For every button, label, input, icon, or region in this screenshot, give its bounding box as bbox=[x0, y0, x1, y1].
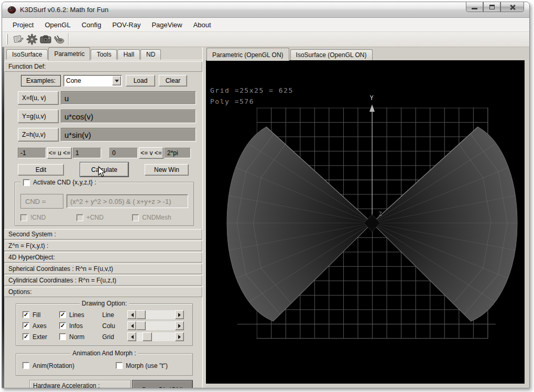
axes-label: Axes bbox=[32, 322, 47, 330]
drawing-options-title: Drawing Option: bbox=[80, 300, 129, 307]
exter-checkbox[interactable]: ✓ bbox=[23, 333, 29, 340]
colu-slider-thumb[interactable] bbox=[136, 321, 146, 330]
norm-checkbox[interactable] bbox=[59, 333, 66, 340]
cndmesh-label: CNDMesh bbox=[142, 214, 171, 221]
tab-isosurface[interactable]: IsoSurface bbox=[6, 49, 48, 60]
colu-slider-left-arrow-icon[interactable] bbox=[127, 321, 136, 330]
tab-tools[interactable]: Tools bbox=[91, 49, 117, 60]
grid-info-text: Grid =25x25 = 625 bbox=[210, 86, 293, 94]
opengl-toggle-button[interactable]: OpenGL (ON) bbox=[132, 380, 193, 388]
gear-icon bbox=[26, 34, 38, 45]
povray-button[interactable] bbox=[52, 33, 66, 46]
line-slider-right-arrow-icon[interactable] bbox=[175, 310, 184, 319]
notepad-icon bbox=[13, 34, 24, 45]
section-function-def[interactable]: Function Def: bbox=[4, 61, 202, 72]
anim-rotation-checkbox[interactable] bbox=[23, 362, 29, 369]
left-tab-bar: IsoSurface Parametric Tools Hall ND bbox=[4, 47, 202, 60]
camera-icon bbox=[39, 35, 52, 44]
grid-slider-thumb[interactable] bbox=[143, 332, 152, 341]
3d-scene[interactable]: Y Z Grid =25x25 = 625 Poly =576 bbox=[206, 60, 525, 384]
menu-povray[interactable]: POV-Ray bbox=[107, 19, 146, 31]
line-slider-left-arrow-icon[interactable] bbox=[127, 310, 136, 319]
v-min-input[interactable]: 0 bbox=[110, 148, 138, 158]
maximize-button[interactable] bbox=[483, 2, 500, 12]
povray-icon bbox=[53, 34, 66, 45]
y-function-label[interactable]: Y=g(u,v) bbox=[18, 110, 59, 123]
dropdown-button[interactable] bbox=[112, 76, 121, 85]
view-tab-parametric[interactable]: Parametric (OpenGL ON) bbox=[206, 48, 289, 61]
opengl-viewport[interactable]: Y Z Grid =25x25 = 625 Poly =576 bbox=[206, 60, 525, 384]
panel-splitter[interactable] bbox=[202, 47, 206, 388]
menu-pageview[interactable]: PageView bbox=[146, 19, 188, 31]
line-slider[interactable] bbox=[127, 310, 184, 319]
chevron-down-icon bbox=[115, 80, 119, 84]
section-spherical[interactable]: Spherical Coordinates : R^n = F(u,v,t) bbox=[4, 264, 202, 274]
menu-project[interactable]: Project bbox=[7, 19, 39, 31]
title-bar[interactable]: K3DSurf v0.6.2: Math for Fun bbox=[2, 2, 529, 18]
menu-config[interactable]: Config bbox=[77, 19, 107, 31]
colu-slider[interactable] bbox=[127, 321, 184, 330]
minimize-button[interactable] bbox=[466, 2, 483, 12]
window-title: K3DSurf v0.6.2: Math for Fun bbox=[20, 6, 108, 14]
check-icon: ✓ bbox=[24, 333, 28, 340]
section-zn[interactable]: Z^n = F(x,y,t) : bbox=[4, 241, 202, 251]
toolbar bbox=[2, 32, 529, 47]
check-icon: ✓ bbox=[24, 322, 28, 329]
close-button[interactable] bbox=[500, 2, 524, 12]
settings-button[interactable] bbox=[25, 33, 39, 46]
grid-slider-right-arrow-icon[interactable] bbox=[175, 332, 184, 341]
not-cnd-checkbox bbox=[20, 214, 27, 221]
notepad-button[interactable] bbox=[12, 33, 25, 46]
grid-slider[interactable] bbox=[127, 332, 184, 341]
grid-slider-track[interactable] bbox=[136, 332, 175, 341]
examples-dropdown[interactable]: Cone bbox=[63, 75, 122, 86]
u-min-input[interactable]: -1 bbox=[18, 148, 46, 158]
menu-about[interactable]: About bbox=[188, 19, 217, 31]
load-button[interactable]: Load bbox=[126, 75, 155, 86]
z-function-label[interactable]: Z=h(u,v) bbox=[18, 128, 59, 141]
hardware-line1: Hardware Acceleration : bbox=[33, 382, 127, 388]
u-max-input[interactable]: 1 bbox=[73, 148, 101, 158]
toolbar-grip[interactable] bbox=[6, 34, 8, 45]
fill-checkbox[interactable]: ✓ bbox=[23, 311, 29, 318]
section-second-system[interactable]: Second System : bbox=[4, 229, 202, 239]
anim-rotation-label: Anim(Rotation) bbox=[32, 362, 74, 369]
colu-slider-right-arrow-icon[interactable] bbox=[175, 321, 184, 330]
view-tab-isosurface[interactable]: IsoSurface (OpenGL ON) bbox=[290, 49, 373, 60]
clear-button[interactable]: Clear bbox=[159, 75, 187, 86]
tab-hall[interactable]: Hall bbox=[117, 49, 140, 60]
y-function-input[interactable]: u*cos(v) bbox=[61, 110, 196, 123]
infos-checkbox[interactable]: ✓ bbox=[59, 322, 66, 329]
grid-slider-left-arrow-icon[interactable] bbox=[127, 332, 136, 341]
cnd-group: Activate CND {x,y,z,t} : CND = (x^2 + y^… bbox=[15, 182, 194, 226]
z-function-input[interactable]: u*sin(v) bbox=[61, 128, 196, 141]
app-logo-icon bbox=[7, 6, 16, 14]
morph-label: Morph (use "t") bbox=[126, 362, 168, 369]
section-cylindrical[interactable]: Cylindrical Coordinates : R^n = F(u,z,t) bbox=[4, 275, 202, 286]
examples-selected-value: Cone bbox=[64, 77, 112, 84]
colu-slider-track[interactable] bbox=[136, 321, 175, 330]
axes-checkbox[interactable]: ✓ bbox=[23, 322, 29, 329]
tab-parametric[interactable]: Parametric bbox=[48, 47, 90, 60]
section-options[interactable]: Options: bbox=[4, 287, 202, 297]
plus-cnd-checkbox bbox=[77, 214, 83, 221]
morph-checkbox[interactable] bbox=[116, 362, 123, 369]
menu-opengl[interactable]: OpenGL bbox=[39, 19, 76, 31]
line-slider-thumb[interactable] bbox=[136, 310, 146, 319]
tab-nd[interactable]: ND bbox=[140, 49, 161, 60]
y-axis-label: Y bbox=[370, 94, 374, 102]
edit-button[interactable]: Edit bbox=[18, 164, 64, 176]
snapshot-button[interactable] bbox=[39, 33, 52, 46]
new-win-button[interactable]: New Win bbox=[145, 164, 189, 176]
grid-slider-label: Grid bbox=[102, 333, 127, 341]
lines-checkbox[interactable]: ✓ bbox=[59, 311, 66, 318]
v-max-input[interactable]: 2*pi bbox=[165, 148, 191, 158]
examples-label[interactable]: Examples: bbox=[21, 75, 61, 86]
colu-slider-label: Colu bbox=[102, 322, 127, 330]
minimize-icon bbox=[472, 8, 477, 9]
x-function-label[interactable]: X=f(u, v) bbox=[18, 91, 59, 105]
x-function-input[interactable]: u bbox=[61, 91, 196, 105]
activate-cnd-checkbox[interactable] bbox=[23, 179, 30, 186]
section-4d-hyperobject[interactable]: 4D HyperObject: bbox=[4, 252, 202, 263]
line-slider-track[interactable] bbox=[136, 310, 175, 319]
